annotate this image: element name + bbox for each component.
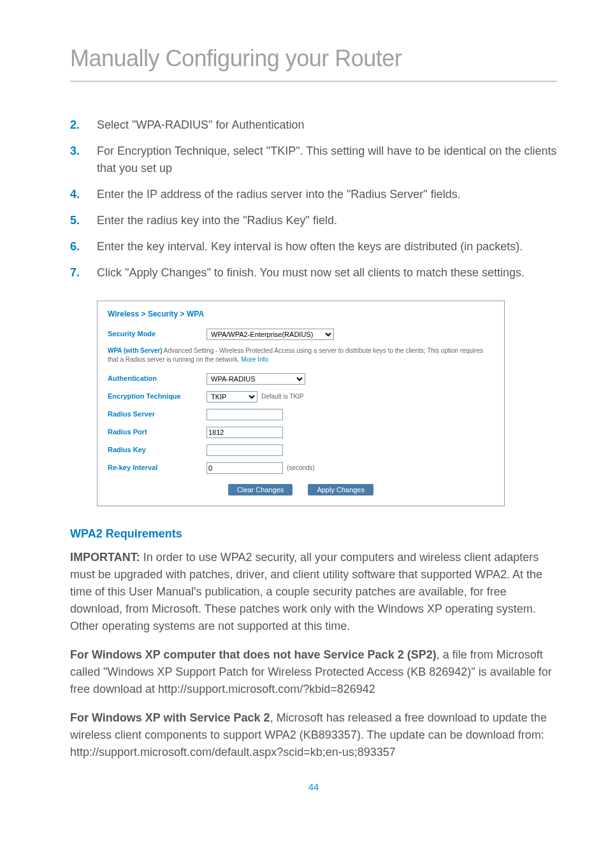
step-number: 3. [70, 143, 97, 177]
rekey-unit: (seconds) [287, 464, 315, 473]
note-bold: WPA (with Server) [108, 347, 163, 354]
encryption-default-text: Default is TKIP [261, 392, 304, 401]
step-text: Enter the radius key into the "Radius Ke… [97, 212, 557, 229]
step-text: Enter the key interval. Key interval is … [97, 238, 557, 255]
authentication-label: Authentication [108, 374, 206, 383]
step-item: 7. Click "Apply Changes" to finish. You … [70, 264, 557, 281]
rekey-interval-label: Re-key Interval [108, 463, 206, 473]
step-number: 5. [70, 212, 97, 229]
important-label: IMPORTANT: [70, 551, 140, 564]
radius-key-input[interactable] [206, 445, 283, 456]
step-number: 6. [70, 238, 97, 255]
radius-key-label: Radius Key [108, 445, 206, 455]
step-item: 5. Enter the radius key into the "Radius… [70, 212, 557, 229]
step-text: Click "Apply Changes" to finish. You mus… [97, 264, 557, 281]
authentication-select[interactable]: WPA-RADIUS [206, 373, 305, 385]
important-text: In order to use WPA2 security, all your … [70, 551, 542, 632]
radius-server-input[interactable] [206, 409, 283, 420]
step-text: Select "WPA-RADIUS" for Authentication [97, 117, 557, 134]
more-info-link[interactable]: More Info [242, 356, 268, 363]
encryption-label: Encryption Technique [108, 392, 206, 401]
rekey-interval-input[interactable] [206, 462, 283, 474]
radius-port-input[interactable] [206, 427, 283, 438]
config-screenshot: Wireless > Security > WPA Security Mode … [97, 301, 505, 506]
sp2-paragraph: For Windows XP computer that does not ha… [70, 646, 557, 698]
step-number: 2. [70, 117, 97, 134]
step-number: 4. [70, 186, 97, 203]
steps-list: 2. Select "WPA-RADIUS" for Authenticatio… [70, 117, 557, 281]
page-title: Manually Configuring your Router [70, 41, 557, 82]
sp2-update-bold: For Windows XP with Service Pack 2 [70, 711, 270, 724]
step-text: For Encryption Technique, select "TKIP".… [97, 143, 557, 177]
encryption-select[interactable]: TKIP [206, 391, 257, 402]
step-item: 2. Select "WPA-RADIUS" for Authenticatio… [70, 117, 557, 134]
clear-changes-button[interactable]: Clear Changes [228, 484, 293, 495]
important-paragraph: IMPORTANT: In order to use WPA2 security… [70, 549, 557, 635]
radius-port-label: Radius Port [108, 427, 206, 437]
security-mode-label: Security Mode [108, 329, 206, 339]
step-item: 4. Enter the IP address of the radius se… [70, 186, 557, 203]
wpa2-requirements-heading: WPA2 Requirements [70, 525, 557, 543]
breadcrumb: Wireless > Security > WPA [108, 309, 494, 320]
step-text: Enter the IP address of the radius serve… [97, 186, 557, 203]
sp2-bold: For Windows XP computer that does not ha… [70, 648, 437, 661]
step-item: 6. Enter the key interval. Key interval … [70, 238, 557, 255]
page-number: 44 [70, 780, 557, 795]
security-mode-select[interactable]: WPA/WPA2-Enterprise(RADIUS) [206, 329, 334, 340]
wpa-server-note: WPA (with Server) Advanced Setting - Wir… [108, 346, 494, 364]
note-text: Advanced Setting - Wireless Protected Ac… [108, 347, 483, 363]
step-number: 7. [70, 264, 97, 281]
radius-server-label: Radius Server [108, 409, 206, 419]
step-item: 3. For Encryption Technique, select "TKI… [70, 143, 557, 177]
sp2-update-paragraph: For Windows XP with Service Pack 2, Micr… [70, 709, 557, 761]
apply-changes-button[interactable]: Apply Changes [308, 484, 373, 495]
